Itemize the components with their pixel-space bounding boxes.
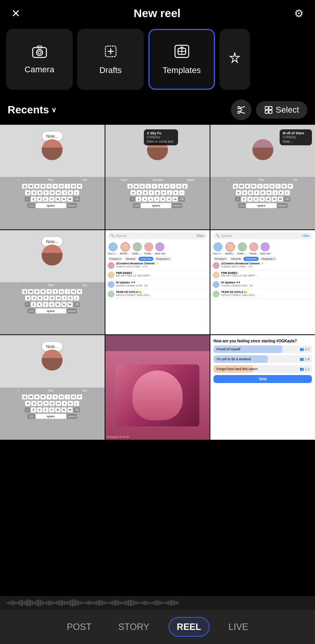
grid-cell-5[interactable]: 🔍 Search Filter Your note AMANDA🔥 Hollie… bbox=[105, 230, 210, 335]
poll-view: How are you feeling since starting #OGKa… bbox=[210, 335, 315, 440]
page-title: New reel bbox=[134, 7, 180, 20]
close-button[interactable]: ✕ bbox=[11, 7, 20, 20]
dm-search-1: 🔍 Search Filter bbox=[108, 232, 208, 239]
nav-story[interactable]: STORY bbox=[111, 618, 157, 636]
keyboard-2: "text" texture texts qwertyuiop asdfghjk… bbox=[105, 177, 210, 229]
bottom-nav: POST STORY REEL LIVE bbox=[0, 610, 315, 644]
portrait-image bbox=[105, 351, 210, 440]
tab-templates[interactable]: Templates bbox=[148, 29, 215, 90]
waveform-bar: (function() { const bar = document.query… bbox=[0, 596, 315, 610]
avatar-1 bbox=[42, 139, 63, 160]
header: ✕ New reel ⚙ bbox=[0, 0, 315, 25]
avatar-7 bbox=[42, 350, 63, 370]
grid-cell-3[interactable]: M ull of Stars Coldplay Note... 60/60 Sh… bbox=[210, 125, 315, 229]
portrait-view: 29 August at 19:30 bbox=[105, 335, 210, 440]
vote-button[interactable]: Vote bbox=[213, 375, 312, 383]
grid-cell-9[interactable]: How are you feeling since starting #OGKa… bbox=[210, 335, 315, 440]
portrait-date: 29 August at 19:30 bbox=[107, 436, 129, 438]
grid-cell-6[interactable]: 🔍 Search Filter Your note AMANDA🔥 Hollie… bbox=[210, 230, 315, 335]
grid-cell-8[interactable]: 29 August at 19:30 bbox=[105, 335, 210, 440]
recents-bar: Recents ∨ Select bbox=[0, 94, 315, 125]
avatar-4 bbox=[42, 245, 63, 266]
poll-option-3: Forgot how hard this was!!! 👥 1.1 bbox=[213, 365, 312, 373]
svg-line-16 bbox=[240, 108, 242, 110]
nav-live[interactable]: LIVE bbox=[221, 618, 256, 636]
nav-post[interactable]: POST bbox=[59, 618, 99, 636]
keyboard-3: I The I'm QWERTYUIOP ASDFGHJKL ⇧ZXCVBNM⌫… bbox=[210, 177, 315, 229]
poll-question: How are you feeling since starting #OGKa… bbox=[213, 339, 312, 343]
poll-option-2: I'm yet to do a workout 👥 1.8 bbox=[213, 355, 312, 363]
svg-rect-19 bbox=[269, 107, 272, 110]
recents-chevron: ∨ bbox=[51, 106, 56, 114]
tab-camera-label: Camera bbox=[24, 65, 54, 75]
svg-line-14 bbox=[240, 107, 245, 108]
svg-point-2 bbox=[38, 51, 41, 54]
svg-line-17 bbox=[240, 110, 242, 112]
made-for-icon bbox=[228, 51, 242, 68]
svg-line-15 bbox=[240, 112, 245, 114]
avatar-3 bbox=[252, 139, 273, 160]
dm-search-2: 🔍 Search Filter bbox=[213, 232, 313, 239]
keyboard-4: I The I'm QWERTYUIOP ASDFGHJKL ⇧ZXCVBNM⌫… bbox=[0, 282, 105, 334]
grid-cell-7[interactable]: Note... 60/60 ♪ Shared with followers th… bbox=[0, 335, 105, 440]
select-label: Select bbox=[276, 105, 299, 115]
tab-bar: Camera Drafts Templates bbox=[0, 25, 315, 94]
svg-rect-21 bbox=[269, 110, 272, 113]
tab-drafts[interactable]: Drafts bbox=[77, 29, 144, 90]
poll-option-1: Proud of myself 👥 2.7 bbox=[213, 345, 312, 353]
dm-view-1: 🔍 Search Filter Your note AMANDA🔥 Hollie… bbox=[105, 230, 210, 335]
nav-reel[interactable]: REEL bbox=[169, 617, 210, 637]
scissors-button[interactable] bbox=[231, 100, 251, 120]
svg-rect-18 bbox=[265, 107, 268, 110]
keyboard-7: I The I'm QWERTYUIOP ASDFGHJKL ⇧ZXCVBNM⌫… bbox=[0, 388, 105, 440]
recents-label[interactable]: Recents ∨ bbox=[8, 104, 56, 116]
svg-rect-3 bbox=[37, 46, 42, 48]
sky-popup: A Sky Fu Coldplay Here is some text bbox=[144, 129, 178, 145]
svg-rect-20 bbox=[265, 110, 268, 113]
photo-grid: Note... 60/60 ♪ Shared with followers th… bbox=[0, 125, 315, 489]
tab-drafts-label: Drafts bbox=[99, 65, 122, 75]
select-button[interactable]: Select bbox=[256, 101, 307, 119]
tab-templates-label: Templates bbox=[162, 65, 200, 75]
grid-cell-2[interactable]: A Sky Fu Coldplay Here is some text 43/6… bbox=[105, 125, 210, 229]
settings-button[interactable]: ⚙ bbox=[294, 7, 304, 20]
templates-icon bbox=[173, 44, 190, 62]
svg-point-1 bbox=[37, 49, 43, 56]
tab-camera[interactable]: Camera bbox=[6, 29, 73, 90]
drafts-icon bbox=[103, 44, 118, 62]
grid-cell-4[interactable]: Note... 60/60 ♪ Shared with followers th… bbox=[0, 230, 105, 335]
camera-icon bbox=[32, 45, 47, 62]
grid-cell-1[interactable]: Note... 60/60 ♪ Shared with followers th… bbox=[0, 125, 105, 229]
recents-controls: Select bbox=[231, 100, 307, 120]
dm-view-2: 🔍 Search Filter Your note AMANDA🔥 Hollie… bbox=[210, 230, 315, 335]
tab-made-for[interactable] bbox=[220, 29, 250, 90]
keyboard-1: I The I'm QWERTYUIOP ASDFGHJKL ⇧ZXCVBNM⌫… bbox=[0, 177, 105, 229]
stars-popup: M ull of Stars Coldplay Note... bbox=[280, 129, 312, 145]
